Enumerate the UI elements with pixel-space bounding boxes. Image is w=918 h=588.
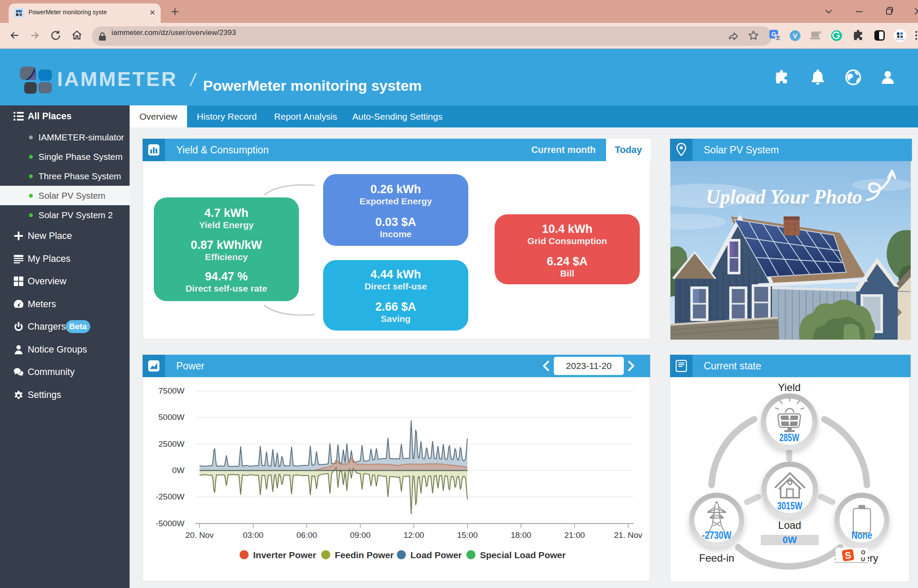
- svg-text:21:00: 21:00: [564, 531, 585, 540]
- svg-text:-5000W: -5000W: [156, 519, 184, 528]
- svg-text:2500W: 2500W: [159, 439, 184, 448]
- svg-text:Load Power: Load Power: [410, 550, 462, 560]
- svg-text:O: O: [861, 549, 865, 556]
- svg-text:21. Nov: 21. Nov: [614, 531, 642, 540]
- svg-text:Special Load Power: Special Load Power: [480, 550, 565, 560]
- svg-text:15:00: 15:00: [457, 531, 478, 540]
- svg-text:285W: 285W: [779, 432, 799, 443]
- svg-text:Feed-in: Feed-in: [699, 552, 734, 564]
- svg-text:-2730W: -2730W: [702, 529, 731, 541]
- svg-text:Feedin Power: Feedin Power: [335, 550, 394, 560]
- svg-text:3015W: 3015W: [777, 500, 802, 512]
- svg-text:None: None: [851, 529, 872, 541]
- svg-text:5000W: 5000W: [159, 413, 184, 422]
- svg-text:V: V: [793, 32, 797, 39]
- svg-text:18:00: 18:00: [511, 531, 531, 540]
- svg-text:Yield: Yield: [778, 381, 800, 393]
- svg-text:Load: Load: [778, 519, 801, 531]
- svg-text:DEVICEBIT: DEVICEBIT: [896, 38, 905, 41]
- svg-text:U: U: [861, 556, 865, 563]
- svg-text:7500W: 7500W: [159, 386, 184, 395]
- svg-text:09:00: 09:00: [350, 531, 371, 540]
- svg-text:06:00: 06:00: [296, 531, 317, 540]
- svg-text:Inverter Power: Inverter Power: [253, 550, 316, 560]
- svg-text:03:00: 03:00: [243, 531, 264, 540]
- svg-text:12:00: 12:00: [403, 531, 424, 540]
- svg-text:文: 文: [775, 35, 781, 40]
- svg-text:Upload Your Photo: Upload Your Photo: [706, 186, 862, 208]
- svg-text:20. Nov: 20. Nov: [185, 531, 214, 540]
- svg-text:0W: 0W: [783, 534, 797, 545]
- svg-text:-2500W: -2500W: [156, 492, 184, 501]
- svg-text:0W: 0W: [172, 466, 185, 475]
